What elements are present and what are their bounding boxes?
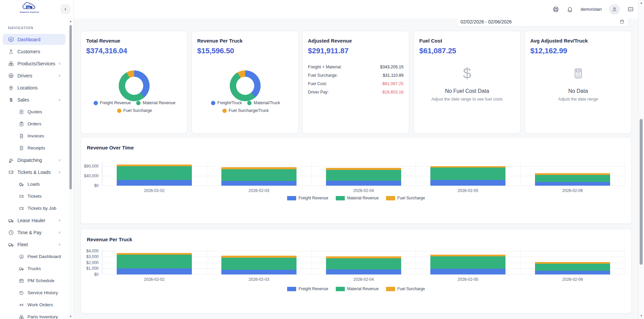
card-title: Fuel Cost — [419, 38, 515, 44]
chat-icon[interactable] — [627, 6, 634, 13]
bar-segment — [535, 182, 610, 186]
quotes-icon — [19, 109, 24, 115]
sidebar-item-trucks[interactable]: Trucks — [3, 263, 65, 274]
help-icon[interactable] — [552, 6, 559, 13]
card-value: $61,087.25 — [419, 47, 515, 55]
sidebar-item-products-services[interactable]: Products/Services ∨ — [3, 58, 65, 69]
user-avatar[interactable] — [609, 4, 620, 15]
sidebar-item-loads[interactable]: Loads — [3, 179, 65, 190]
sidebar-scrollbar[interactable]: ▲ ▼ — [68, 19, 73, 319]
scroll-down-arrow-icon[interactable]: ▼ — [639, 314, 644, 318]
x-axis-tick-label: 2026-02-05 — [416, 188, 520, 193]
sidebar-item-work-orders[interactable]: Work Orders — [3, 299, 65, 310]
sidebar-item-lease-hauler[interactable]: Lease Hauler ∨ — [3, 215, 65, 226]
sidebar-item-parts-inventory[interactable]: Parts Inventory — [3, 311, 65, 319]
bar-segment — [430, 166, 505, 168]
chevron-icon: ∨ — [58, 158, 61, 162]
legend-label: Freight Revenue — [299, 196, 328, 200]
legend-item: Freight Revenue — [94, 101, 131, 105]
bar-segment — [430, 168, 505, 180]
legend-item: Fuel Surcharge — [117, 108, 152, 113]
bar-segment — [117, 253, 192, 255]
work-orders-icon — [19, 302, 24, 308]
sidebar-item-orders[interactable]: Orders — [3, 118, 65, 129]
x-axis-tick-label: 2026-02-04 — [311, 277, 416, 282]
notifications-bell-icon[interactable] — [567, 6, 573, 13]
sidebar-item-fleet[interactable]: Fleet ∧ — [3, 239, 65, 250]
sidebar-item-customers[interactable]: Customers — [3, 46, 65, 57]
bar-segment — [117, 165, 192, 166]
fleet-icon — [8, 242, 14, 248]
legend-label: Fuel Surcharge — [397, 196, 425, 200]
sidebar-item-locations[interactable]: Locations — [3, 82, 65, 93]
app-logo-text: dumptruck dispatcher — [19, 11, 40, 13]
revenue-per-truck-legend: Freight RevenueMaterial RevenueFuel Surc… — [81, 286, 631, 291]
bar-segment — [535, 264, 610, 271]
sidebar-item-pm-schedule[interactable]: PM Schedule — [3, 275, 65, 286]
card-value: $12,162.99 — [530, 47, 626, 55]
bar-segment — [430, 180, 505, 186]
sidebar-item-service-history[interactable]: Service History — [3, 287, 65, 298]
legend-swatch — [94, 101, 98, 105]
bar-segment — [117, 268, 192, 274]
scroll-up-arrow-icon[interactable]: ▲ — [639, 1, 644, 5]
calendar-icon[interactable] — [620, 19, 625, 24]
sidebar-item-time-pay[interactable]: Time & Pay ∨ — [3, 227, 65, 238]
bar-segment — [430, 269, 505, 274]
bar-segment — [221, 167, 297, 169]
breakdown-row: Freight + Material:$343,205.15 — [308, 63, 404, 71]
sidebar-item-invoices[interactable]: Invoices — [3, 130, 65, 141]
legend-item: Freight/Truck — [211, 101, 242, 105]
legend-label: Material Revenue — [347, 286, 379, 291]
avg-adjusted-rev-truck-card: Avg Adjusted Rev/Truck $12,162.99 No Dat… — [525, 31, 632, 134]
revenue-per-truck-donut-legend: Freight/TruckMaterial/TruckFuel Surcharg… — [204, 101, 287, 113]
card-title: Avg Adjusted Rev/Truck — [530, 38, 626, 44]
legend-label: Freight Revenue — [100, 101, 131, 105]
y-axis-tick-label: $0 — [78, 183, 99, 188]
legend-swatch — [287, 196, 296, 200]
sidebar-item-tickets[interactable]: Tickets — [3, 191, 65, 202]
bar-segment — [221, 181, 297, 186]
sidebar-item-receipts[interactable]: Receipts — [3, 142, 65, 153]
time-pay-icon — [8, 230, 14, 236]
breakdown-value: $343,205.15 — [380, 65, 404, 69]
chevron-icon: ∨ — [58, 74, 61, 77]
chevron-icon: ∨ — [58, 231, 61, 234]
collapse-sidebar-button[interactable]: ‹ — [61, 4, 70, 14]
empty-state-subtitle: Adjust the date range to see fuel costs — [414, 97, 520, 102]
x-axis-tick-label: 2026-02-06 — [520, 188, 625, 193]
legend-swatch — [222, 109, 227, 113]
revenue-over-time-panel: Revenue Over Time $0$40,000$80,0002026-0… — [80, 137, 632, 224]
y-axis-tick-label: $0 — [78, 272, 99, 277]
total-revenue-donut-legend: Freight RevenueMaterial RevenueFuel Surc… — [93, 101, 176, 113]
y-axis-tick-label: $2,000 — [78, 260, 99, 265]
sidebar-item-sales[interactable]: $ Sales ∧ — [3, 94, 65, 105]
main-scrollbar[interactable]: ▲ ▼ — [638, 0, 644, 319]
bar-segment — [221, 270, 297, 274]
adjusted-revenue-card: Adjusted Revenue $291,911.87 Freight + M… — [302, 31, 409, 134]
legend-label: Fuel Surcharge/Truck — [229, 108, 269, 113]
sidebar-scrollbar-thumb[interactable] — [69, 25, 72, 189]
calculator-icon — [572, 67, 585, 80]
loads-icon — [19, 182, 24, 187]
drivers-icon — [8, 73, 14, 79]
x-axis-tick-label: 2026-02-02 — [102, 277, 207, 282]
sidebar-item-fleet-dashboard[interactable]: Fleet Dashboard — [3, 251, 65, 262]
scroll-up-arrow-icon[interactable]: ▲ — [68, 19, 73, 24]
sidebar-item-drivers[interactable]: Drivers ∨ — [3, 70, 65, 81]
app-logo[interactable]: dumptruck dispatcher — [19, 1, 40, 17]
sidebar-item-quotes[interactable]: Quotes — [3, 106, 65, 117]
sidebar-item-tickets-by-job[interactable]: Tickets by Job — [3, 203, 65, 214]
date-range-input[interactable]: 02/02/2026 - 02/06/2026 — [456, 18, 629, 27]
revenue-per-truck-donut-chart — [230, 70, 261, 101]
main-scrollbar-thumb[interactable] — [640, 119, 643, 265]
sidebar-item-dashboard[interactable]: Dashboard — [3, 34, 65, 45]
legend-label: Material Revenue — [347, 196, 379, 200]
sidebar-item-dispatching[interactable]: Dispatching ∨ — [3, 154, 65, 166]
sidebar-item-tickets-loads[interactable]: Tickets & Loads ∧ — [3, 167, 65, 178]
legend-item: Freight Revenue — [287, 196, 328, 200]
x-axis-tick-label: 2026-02-05 — [416, 277, 520, 282]
scroll-down-arrow-icon[interactable]: ▼ — [68, 314, 73, 319]
breakdown-label: Driver Pay: — [308, 90, 329, 94]
bar-segment — [430, 256, 505, 269]
